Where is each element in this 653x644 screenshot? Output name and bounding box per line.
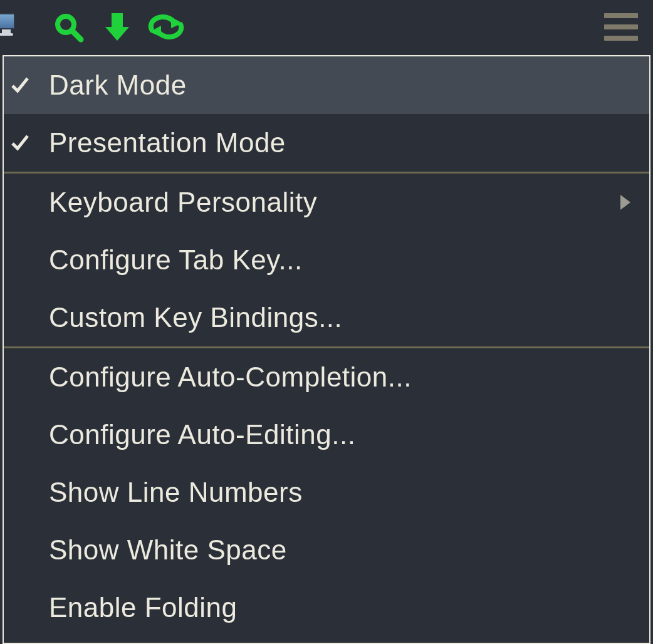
svg-marker-6 (620, 195, 630, 210)
toolbar (0, 0, 653, 54)
svg-rect-2 (112, 13, 123, 28)
checkmark-icon (11, 133, 49, 152)
checkmark-icon (11, 76, 49, 95)
menu-item-dark-mode[interactable]: Dark Mode (4, 56, 649, 114)
menu-item-custom-key-bindings[interactable]: Custom Key Bindings... (4, 289, 649, 346)
menu-item-label: Show Line Numbers (49, 477, 632, 508)
menu-item-label: Configure Auto-Completion... (49, 361, 632, 393)
menu-item-configure-auto-completion[interactable]: Configure Auto-Completion... (4, 348, 649, 406)
menu-item-enable-folding[interactable]: Enable Folding (4, 579, 649, 636)
menu-item-keyboard-personality[interactable]: Keyboard Personality (4, 174, 649, 231)
menu-item-show-white-space[interactable]: Show White Space (4, 521, 649, 579)
menu-item-label: Presentation Mode (49, 127, 632, 158)
hamburger-icon[interactable] (604, 13, 638, 41)
refresh-icon[interactable] (142, 7, 191, 47)
menu-item-configure-auto-editing[interactable]: Configure Auto-Editing... (4, 406, 649, 464)
menu-item-label: Configure Tab Key... (49, 244, 632, 276)
menu-item-label: Custom Key Bindings... (49, 302, 632, 333)
monitor-icon[interactable] (0, 13, 16, 41)
svg-marker-3 (105, 27, 129, 41)
options-menu: Dark Mode Presentation Mode Keyboard Per… (3, 55, 650, 644)
download-icon[interactable] (93, 7, 142, 47)
menu-item-label: Dark Mode (49, 70, 632, 101)
menu-item-label: Show White Space (49, 534, 632, 566)
menu-item-show-line-numbers[interactable]: Show Line Numbers (4, 464, 649, 521)
menu-item-label: Configure Auto-Editing... (49, 419, 632, 450)
submenu-arrow-icon (607, 194, 632, 211)
search-icon[interactable] (44, 7, 93, 47)
menu-item-label: Enable Folding (49, 592, 632, 623)
menu-item-presentation-mode[interactable]: Presentation Mode (4, 114, 649, 172)
menu-item-label: Keyboard Personality (49, 187, 607, 218)
menu-item-configure-tab-key[interactable]: Configure Tab Key... (4, 231, 649, 289)
svg-line-1 (72, 31, 81, 39)
